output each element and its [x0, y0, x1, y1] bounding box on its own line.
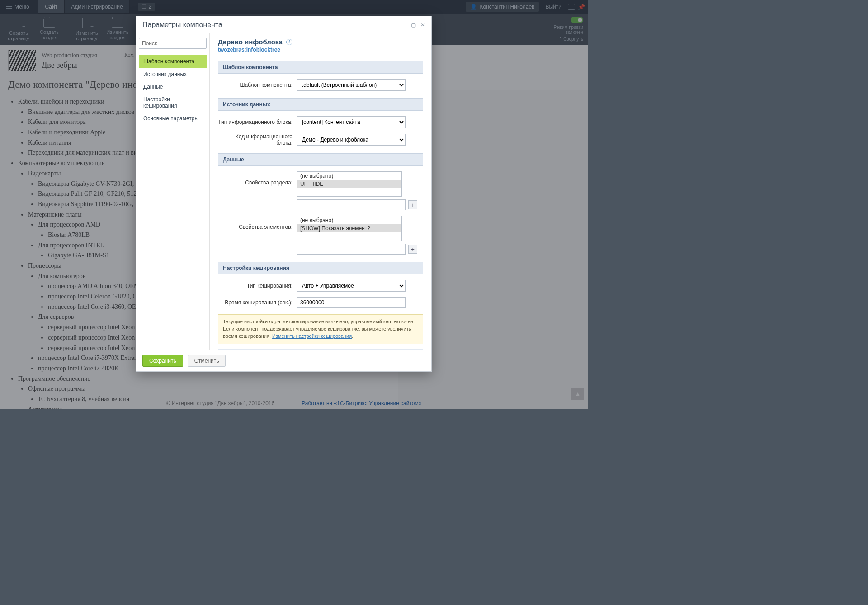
modal-title: Параметры компонента — [142, 21, 222, 29]
element-props-add-button[interactable]: + — [408, 245, 417, 254]
label-section-props: Свойства раздела: — [218, 171, 292, 186]
group-cache: Настройки кеширования — [218, 262, 423, 274]
cancel-button[interactable]: Отменить — [188, 355, 226, 367]
section-props-input[interactable] — [297, 199, 406, 210]
sidebar-item[interactable]: Шаблон компонента — [139, 55, 207, 68]
listbox-option[interactable]: [SHOW] Показать элемент? — [297, 224, 401, 232]
element-props-input[interactable] — [297, 244, 406, 255]
select-template[interactable]: .default (Встроенный шаблон) — [297, 79, 406, 91]
section-props-add-button[interactable]: + — [408, 200, 417, 209]
label-ibcode: Код информационного блока: — [218, 133, 292, 146]
group-source: Источник данных — [218, 98, 423, 111]
cache-notice-link[interactable]: Изменить настройки кеширования — [272, 333, 352, 339]
settings-form: Шаблон компонента Шаблон компонента: .de… — [210, 57, 431, 350]
group-data: Данные — [218, 153, 423, 166]
modal-sidebar: Шаблон компонентаИсточник данныхДанныеНа… — [136, 33, 210, 350]
modal-footer: Сохранить Отменить — [136, 350, 431, 371]
sidebar-item[interactable]: Источник данных — [139, 68, 207, 80]
select-cache-type[interactable]: Авто + Управляемое — [297, 280, 406, 292]
label-elem-props: Свойства элементов: — [218, 216, 292, 230]
modal-header: Дерево инфоблока i twozebras:infoblocktr… — [210, 33, 431, 57]
select-ibcode[interactable]: Демо - Дерево инфоблока — [297, 134, 406, 146]
info-icon[interactable]: i — [286, 39, 292, 45]
input-cache-time[interactable] — [297, 297, 406, 308]
maximize-icon[interactable]: ▢ — [411, 22, 416, 28]
modal-titlebar: Параметры компонента ▢ ✕ — [136, 16, 431, 33]
save-button[interactable]: Сохранить — [142, 355, 183, 367]
component-settings-modal: Параметры компонента ▢ ✕ Шаблон компонен… — [136, 16, 432, 372]
listbox-option[interactable]: (не выбрано) — [297, 172, 401, 180]
sidebar-item[interactable]: Данные — [139, 80, 207, 93]
component-title: Дерево инфоблока — [218, 38, 283, 46]
label-ibtype: Тип информационного блока: — [218, 119, 292, 125]
close-icon[interactable]: ✕ — [420, 22, 425, 28]
section-props-listbox[interactable]: (не выбрано)UF_HIDE — [297, 171, 402, 197]
sidebar-item[interactable]: Основные параметры — [139, 112, 207, 125]
label-cache-time: Время кеширования (сек.): — [218, 299, 292, 306]
sidebar-search-input[interactable] — [139, 38, 207, 49]
select-ibtype[interactable]: [content] Контент сайта — [297, 116, 406, 128]
label-template: Шаблон компонента: — [218, 82, 292, 88]
label-cache-type: Тип кеширования: — [218, 283, 292, 289]
cache-notice: Текущие настройки ядра: автокеширование … — [218, 314, 423, 344]
group-template: Шаблон компонента — [218, 61, 423, 74]
component-code: twozebras:infoblocktree — [218, 47, 420, 53]
element-props-listbox[interactable]: (не выбрано)[SHOW] Показать элемент? — [297, 216, 402, 241]
listbox-option[interactable]: UF_HIDE — [297, 180, 401, 188]
listbox-option[interactable]: (не выбрано) — [297, 216, 401, 224]
sidebar-item[interactable]: Настройки кеширования — [139, 93, 207, 112]
